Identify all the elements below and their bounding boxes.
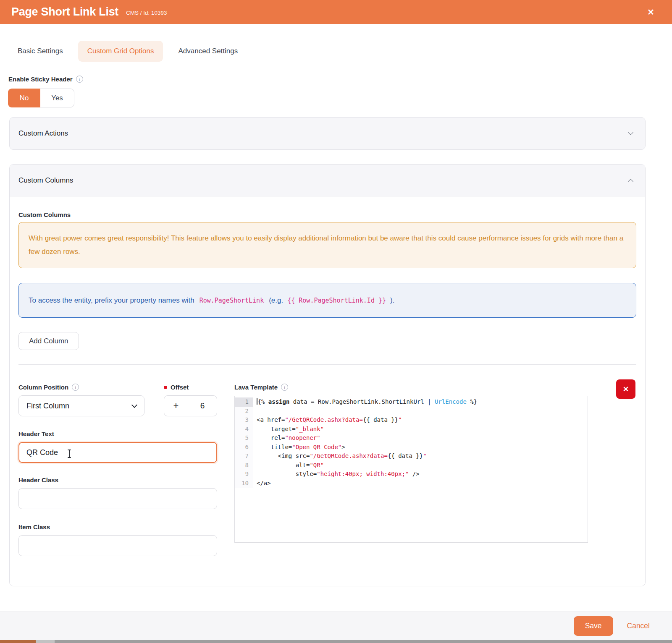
column-position-group: Column Position First Column: [18, 384, 144, 416]
bottom-page-edge: [0, 640, 672, 643]
line-number: 3: [235, 416, 253, 425]
custom-columns-section-label: Custom Columns: [18, 211, 636, 218]
code-text: <img src="/GetQRCode.ashx?data={{ data }…: [253, 452, 427, 461]
bottom-page-edge-accent: [0, 640, 36, 643]
enable-sticky-header-label: Enable Sticky Header: [8, 76, 73, 83]
code-line[interactable]: 7 <img src="/GetQRCode.ashx?data={{ data…: [235, 452, 588, 461]
header-class-group: Header Class: [18, 476, 217, 509]
chevron-up-icon: [628, 179, 633, 184]
code-text: alt="QR": [253, 461, 324, 470]
delete-column-button[interactable]: ✕: [616, 379, 635, 399]
custom-columns-panel: Custom Columns Custom Columns With great…: [9, 164, 646, 586]
header-class-input[interactable]: [18, 488, 217, 509]
modal: Page Short Link List CMS / Id: 10393 ✕ B…: [0, 0, 672, 643]
lava-template-group: Lava Template 1{% assign data = Row.Page…: [234, 384, 588, 556]
info-alert: To access the entity, prefix your proper…: [18, 283, 636, 318]
column-fields: Column Position First Column: [18, 384, 217, 556]
code-line[interactable]: 4 target="_blank": [235, 425, 588, 434]
code-line[interactable]: 10</a>: [235, 479, 588, 488]
custom-actions-panel-title: Custom Actions: [18, 129, 68, 138]
offset-group: Offset + 6: [164, 384, 217, 416]
modal-header: Page Short Link List CMS / Id: 10393 ✕: [0, 0, 672, 24]
chevron-down-icon: [628, 130, 633, 135]
info-icon[interactable]: [281, 384, 288, 391]
code-line[interactable]: 5 rel="noopener": [235, 434, 588, 443]
page-subtitle: CMS / Id: 10393: [126, 10, 167, 16]
tab-advanced-settings[interactable]: Advanced Settings: [169, 41, 247, 62]
toggle-option-yes[interactable]: Yes: [40, 89, 74, 107]
offset-value[interactable]: 6: [188, 396, 217, 416]
enable-sticky-header-label-row: Enable Sticky Header: [8, 76, 672, 83]
code-text: <a href="/GetQRCode.ashx?data={{ data }}…: [253, 416, 402, 425]
code-text: {% assign data = Row.PageShortLink.Short…: [253, 397, 477, 407]
save-button[interactable]: Save: [574, 616, 613, 636]
warning-alert: With great power comes great responsibil…: [18, 222, 636, 268]
sticky-header-toggle: No Yes: [8, 89, 74, 107]
code-line[interactable]: 1{% assign data = Row.PageShortLink.Shor…: [235, 397, 588, 407]
column-position-label: Column Position: [18, 384, 68, 391]
toggle-option-no[interactable]: No: [8, 89, 40, 107]
info-alert-code-example: {{ Row.PageShortLink.Id }}: [287, 297, 386, 304]
header-text-input[interactable]: QR Code: [18, 442, 217, 463]
text-cursor-icon: [67, 449, 71, 459]
lava-template-label: Lava Template: [234, 384, 278, 391]
close-icon[interactable]: ✕: [647, 8, 654, 16]
code-text: </a>: [253, 479, 271, 488]
line-number: 4: [235, 425, 253, 434]
info-alert-code-entity: Row.PageShortLink: [200, 297, 264, 304]
add-column-button[interactable]: Add Column: [18, 332, 79, 350]
divider: [18, 364, 636, 365]
info-icon[interactable]: [72, 384, 79, 391]
line-number: 9: [235, 470, 253, 479]
info-alert-suffix: ).: [390, 296, 394, 305]
item-class-label: Item Class: [18, 523, 50, 531]
modal-footer: Save Cancel: [0, 612, 672, 640]
offset-stepper: + 6: [164, 395, 217, 416]
column-position-value: First Column: [26, 402, 69, 410]
delete-x-icon: ✕: [623, 385, 629, 394]
editor-caret-icon: [257, 398, 257, 405]
code-line[interactable]: 3<a href="/GetQRCode.ashx?data={{ data }…: [235, 416, 588, 425]
line-number: 1: [235, 397, 253, 407]
line-number: 10: [235, 479, 253, 488]
custom-columns-panel-header[interactable]: Custom Columns: [10, 165, 645, 196]
cancel-button[interactable]: Cancel: [627, 622, 650, 630]
code-text: style="height:40px; width:40px;" />: [253, 470, 420, 479]
line-number: 8: [235, 461, 253, 470]
custom-actions-panel-header[interactable]: Custom Actions: [9, 117, 646, 150]
code-text: title="Open QR Code">: [253, 443, 345, 452]
lava-code-editor[interactable]: 1{% assign data = Row.PageShortLink.Shor…: [234, 396, 588, 543]
bottom-page-edge-accent-light: [36, 640, 55, 643]
custom-columns-panel-body: Custom Columns With great power comes gr…: [10, 196, 645, 586]
code-line[interactable]: 6 title="Open QR Code">: [235, 443, 588, 452]
code-line[interactable]: 2: [235, 407, 588, 416]
code-line[interactable]: 8 alt="QR": [235, 461, 588, 470]
column-position-select[interactable]: First Column: [18, 395, 144, 416]
offset-increment-button[interactable]: +: [164, 396, 188, 416]
item-class-group: Item Class: [18, 523, 217, 556]
custom-columns-panel-title: Custom Columns: [18, 176, 73, 185]
info-alert-middle: (e.g.: [269, 296, 283, 305]
info-icon[interactable]: [76, 76, 83, 83]
tab-basic-settings[interactable]: Basic Settings: [8, 41, 72, 62]
offset-label: Offset: [171, 384, 189, 391]
line-number: 5: [235, 434, 253, 443]
line-number: 2: [235, 407, 253, 416]
page-title: Page Short Link List: [11, 5, 118, 18]
lava-code-lines: 1{% assign data = Row.PageShortLink.Shor…: [235, 397, 588, 488]
header-text-value: QR Code: [26, 448, 58, 457]
header-text-label: Header Text: [18, 430, 54, 437]
modal-body: Basic Settings Custom Grid Options Advan…: [0, 24, 672, 612]
item-class-input[interactable]: [18, 535, 217, 556]
code-line[interactable]: 9 style="height:40px; width:40px;" />: [235, 470, 588, 479]
code-text: [253, 407, 257, 416]
header-class-label: Header Class: [18, 476, 58, 484]
tab-bar: Basic Settings Custom Grid Options Advan…: [0, 24, 672, 62]
code-text: target="_blank": [253, 425, 324, 434]
custom-column-editor-row: Column Position First Column: [18, 384, 636, 556]
code-text: rel="noopener": [253, 434, 320, 443]
tab-custom-grid-options[interactable]: Custom Grid Options: [78, 41, 163, 62]
required-indicator: [164, 386, 167, 389]
line-number: 7: [235, 452, 253, 461]
line-number: 6: [235, 443, 253, 452]
